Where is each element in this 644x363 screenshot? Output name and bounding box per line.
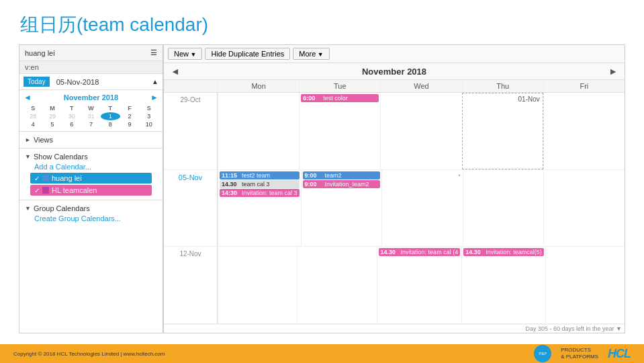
cal-cell-fri-3[interactable] xyxy=(545,247,625,323)
cal-cell-mon-3[interactable] xyxy=(218,247,297,323)
event-title: test color xyxy=(323,95,348,102)
event-test2-team[interactable]: 11:15 test2 team xyxy=(220,171,300,179)
cal-cell-wed-3[interactable]: 14.30 Invitation: team cal (4 xyxy=(377,247,462,323)
calendar-item-hl[interactable]: ✓ huang lei xyxy=(30,173,152,184)
cal-cell-thu-1[interactable]: 01-Nov xyxy=(462,93,543,169)
mini-cal-day[interactable]: 31 xyxy=(81,112,101,120)
mini-cal-day[interactable]: 5 xyxy=(43,120,62,128)
week-start-date-1: 29-Oct xyxy=(180,96,200,104)
event-title: Invitation_team2 xyxy=(325,181,369,188)
mini-cal-day[interactable]: 4 xyxy=(24,120,43,128)
week-start-date-3: 12-Nov xyxy=(179,250,201,257)
cal-cell-wed-2[interactable]: • xyxy=(381,170,463,247)
mini-cal-day[interactable]: 7 xyxy=(81,120,101,128)
views-row[interactable]: ► Views xyxy=(25,134,157,145)
day-header-wed: Wed xyxy=(380,80,461,92)
today-date: 05-Nov-2018 xyxy=(56,78,99,86)
mini-cal-day[interactable]: 2 xyxy=(120,112,140,120)
mini-cal-day-header: S xyxy=(139,104,158,112)
cal-cell-tue-3[interactable] xyxy=(297,247,376,323)
sidebar-header: huang lei ☰ xyxy=(19,45,163,61)
cal-cell-thu-2[interactable] xyxy=(463,170,544,247)
event-time: 14.30 xyxy=(465,249,484,255)
cal-cell-fri-1[interactable] xyxy=(543,93,625,169)
cal-cell-mon-1[interactable] xyxy=(218,93,299,169)
mini-cal-day[interactable]: 8 xyxy=(101,120,120,128)
event-time: 14.30 xyxy=(381,249,400,255)
group-calendars-section: ▼ Group Calendars Create Group Calendars… xyxy=(19,200,163,226)
mini-cal-day[interactable]: 3 xyxy=(139,112,158,120)
sidebar-mini-nav: v:en xyxy=(19,61,163,74)
calendar-item-teamcalen[interactable]: ✓ HL teamcalen xyxy=(30,185,152,196)
calendar-toolbar: New Hide Duplicate Entries More xyxy=(164,45,625,63)
mini-cal-day[interactable]: 10 xyxy=(139,120,158,128)
cal-cell-thu-3[interactable]: 14.30 Invitation: teamcal(5) xyxy=(461,247,545,323)
next-month-icon[interactable]: ► xyxy=(150,93,158,102)
cal-name-teamcalen: HL teamcalen xyxy=(52,186,97,194)
week-label-1: 29-Oct xyxy=(164,93,218,169)
calendar-day-footer[interactable]: Day 305 - 60 days left in the year ▼ xyxy=(164,324,625,333)
event-test-color[interactable]: 6:00 test color xyxy=(301,94,379,102)
event-time: 9:00 xyxy=(305,172,324,179)
mini-cal-day[interactable]: 30 xyxy=(62,112,81,120)
cal-cell-wed-1[interactable] xyxy=(380,93,461,169)
prev-week-icon[interactable]: ◄ xyxy=(171,66,180,77)
cal-cell-tue-1[interactable]: 6:00 test color xyxy=(299,93,380,169)
mini-calendar: ◄ November 2018 ► S M T W T F S 28 29 30… xyxy=(19,90,163,131)
products-circle-icon: P&P xyxy=(534,345,551,362)
event-teamcal3[interactable]: 14.30 team cal 3 xyxy=(220,180,300,188)
week-row-2: 05-Nov 11:15 test2 team 14.30 team cal 3… xyxy=(164,170,625,247)
cal-cell-mon-2[interactable]: 11:15 test2 team 14.30 team cal 3 14:30 … xyxy=(218,170,301,247)
views-label: Views xyxy=(34,136,53,144)
event-title: Invitation: team cal 3 xyxy=(242,190,297,196)
event-time: 14:30 xyxy=(222,190,240,196)
week-row-3: 12-Nov 14.30 Invitation: team cal (4 14.… xyxy=(164,247,625,324)
mini-cal-day-header: M xyxy=(43,104,62,112)
next-week-icon[interactable]: ► xyxy=(608,66,618,77)
cal-icon-blue xyxy=(42,175,49,182)
event-inv-teamcal3[interactable]: 14:30 Invitation: team cal 3 xyxy=(220,189,300,197)
mini-cal-day-header: S xyxy=(24,104,43,112)
new-button[interactable]: New xyxy=(168,48,202,60)
calendar-nav: ◄ November 2018 ► xyxy=(164,63,625,80)
hcl-logo: HCL xyxy=(608,347,631,361)
show-calendars-arrow-icon: ▼ xyxy=(25,153,31,160)
create-group-link[interactable]: Create Group Calendars... xyxy=(25,214,157,223)
event-inv-teamcal5[interactable]: 14.30 Invitation: teamcal(5) xyxy=(463,248,544,256)
mini-cal-day[interactable]: 29 xyxy=(43,112,62,120)
prev-month-icon[interactable]: ◄ xyxy=(24,93,32,102)
today-button[interactable]: Today xyxy=(24,77,50,87)
calendar-nav-title: November 2018 xyxy=(362,67,426,77)
mini-cal-title: November 2018 xyxy=(64,93,118,102)
more-button[interactable]: More xyxy=(293,48,329,60)
event-inv-teamcal4[interactable]: 14.30 Invitation: team cal (4 xyxy=(379,248,461,256)
cal-name-hl: huang lei xyxy=(52,174,82,182)
event-time: 9:00 xyxy=(305,181,324,188)
products-text: PRODUCTS & PLATFORMS xyxy=(561,347,598,360)
event-team2[interactable]: 9:00 team2 xyxy=(303,171,381,179)
event-title: team cal 3 xyxy=(242,181,270,188)
views-arrow-icon: ► xyxy=(25,136,31,143)
copyright-text: Copyright © 2018 HCL Technologies Limite… xyxy=(13,351,165,357)
scroll-up-icon[interactable]: ▲ xyxy=(152,78,158,85)
hide-duplicates-button[interactable]: Hide Duplicate Entries xyxy=(205,48,290,60)
mini-cal-day-header: W xyxy=(81,104,101,112)
mini-cal-today[interactable]: 1 xyxy=(101,112,120,120)
show-calendars-row[interactable]: ▼ Show Calendars xyxy=(25,151,157,162)
week-row-1: 29-Oct 6:00 test color 01-Nov xyxy=(164,93,625,170)
add-calendar-link[interactable]: Add a Calendar... xyxy=(25,162,157,171)
show-calendars-label: Show Calendars xyxy=(34,153,88,161)
page-footer: Copyright © 2018 HCL Technologies Limite… xyxy=(0,344,644,363)
mini-cal-day[interactable]: 6 xyxy=(62,120,81,128)
event-time: 11:15 xyxy=(222,172,240,179)
cal-cell-tue-2[interactable]: 9:00 team2 9:00 Invitation_team2 xyxy=(301,170,382,247)
mini-cal-day[interactable]: 9 xyxy=(120,120,140,128)
event-inv-team2[interactable]: 9:00 Invitation_team2 xyxy=(303,180,381,188)
views-section: ► Views xyxy=(19,131,163,148)
mini-cal-day[interactable]: 28 xyxy=(24,112,43,120)
hamburger-icon[interactable]: ☰ xyxy=(150,48,157,57)
cal-cell-fri-2[interactable] xyxy=(543,170,625,247)
group-calendars-row[interactable]: ▼ Group Calendars xyxy=(25,203,157,214)
mini-cal-day-header: T xyxy=(101,104,120,112)
calendar-weeks: 29-Oct 6:00 test color 01-Nov 05-Nov xyxy=(164,93,625,324)
